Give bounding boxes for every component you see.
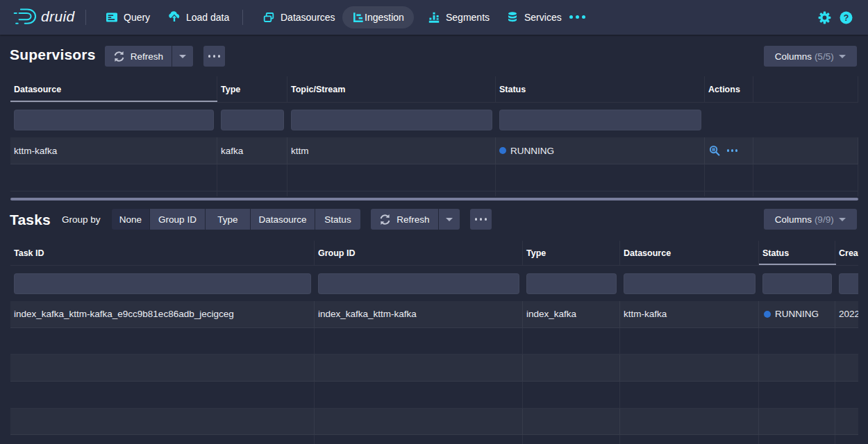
svg-text:?: ? <box>844 13 849 23</box>
